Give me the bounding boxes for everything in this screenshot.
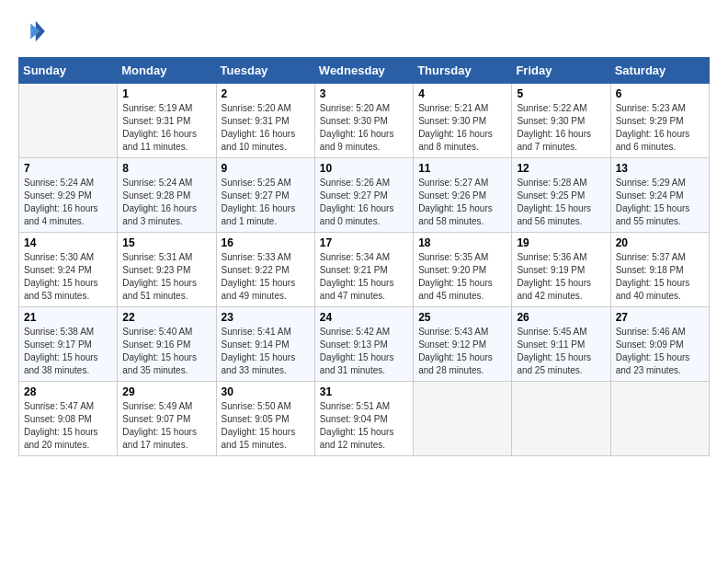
calendar-cell: 14 Sunrise: 5:30 AMSunset: 9:24 PMDaylig… xyxy=(19,233,118,307)
day-number: 17 xyxy=(320,236,408,249)
day-info: Sunrise: 5:24 AMSunset: 9:28 PMDaylight:… xyxy=(122,177,210,228)
calendar-cell: 1 Sunrise: 5:19 AMSunset: 9:31 PMDayligh… xyxy=(118,84,216,158)
day-number: 20 xyxy=(616,236,704,249)
day-number: 6 xyxy=(616,87,704,100)
day-info: Sunrise: 5:36 AMSunset: 9:19 PMDaylight:… xyxy=(517,251,605,303)
day-info: Sunrise: 5:47 AMSunset: 9:08 PMDaylight:… xyxy=(24,400,112,452)
calendar-cell: 5 Sunrise: 5:22 AMSunset: 9:30 PMDayligh… xyxy=(512,84,610,158)
calendar-cell: 9 Sunrise: 5:25 AMSunset: 9:27 PMDayligh… xyxy=(216,158,314,233)
day-info: Sunrise: 5:20 AMSunset: 9:31 PMDaylight:… xyxy=(222,102,310,154)
calendar-cell xyxy=(414,382,512,456)
calendar-cell: 19 Sunrise: 5:36 AMSunset: 9:19 PMDaylig… xyxy=(512,233,610,307)
calendar-cell: 31 Sunrise: 5:51 AMSunset: 9:04 PMDaylig… xyxy=(314,382,413,456)
day-info: Sunrise: 5:23 AMSunset: 9:29 PMDaylight:… xyxy=(616,102,704,154)
logo-icon xyxy=(20,18,46,44)
calendar-cell: 10 Sunrise: 5:26 AMSunset: 9:27 PMDaylig… xyxy=(314,158,413,233)
day-info: Sunrise: 5:33 AMSunset: 9:22 PMDaylight:… xyxy=(222,251,310,303)
day-info: Sunrise: 5:20 AMSunset: 9:30 PMDaylight:… xyxy=(320,102,408,154)
day-number: 4 xyxy=(418,87,506,100)
day-number: 30 xyxy=(222,385,310,398)
day-info: Sunrise: 5:26 AMSunset: 9:27 PMDaylight:… xyxy=(320,177,408,228)
day-number: 18 xyxy=(418,236,506,249)
calendar-cell: 27 Sunrise: 5:46 AMSunset: 9:09 PMDaylig… xyxy=(610,307,709,382)
weekday-header-saturday: Saturday xyxy=(610,58,709,84)
day-info: Sunrise: 5:42 AMSunset: 9:13 PMDaylight:… xyxy=(320,326,408,377)
day-info: Sunrise: 5:30 AMSunset: 9:24 PMDaylight:… xyxy=(24,251,112,303)
day-info: Sunrise: 5:31 AMSunset: 9:23 PMDaylight:… xyxy=(122,251,210,303)
day-number: 3 xyxy=(320,87,408,100)
calendar-cell: 13 Sunrise: 5:29 AMSunset: 9:24 PMDaylig… xyxy=(610,158,709,233)
day-info: Sunrise: 5:43 AMSunset: 9:12 PMDaylight:… xyxy=(418,326,506,377)
page-header xyxy=(18,18,710,48)
day-number: 25 xyxy=(418,311,506,324)
day-info: Sunrise: 5:24 AMSunset: 9:29 PMDaylight:… xyxy=(24,177,112,228)
day-info: Sunrise: 5:51 AMSunset: 9:04 PMDaylight:… xyxy=(320,400,408,452)
day-info: Sunrise: 5:35 AMSunset: 9:20 PMDaylight:… xyxy=(418,251,506,303)
weekday-header-wednesday: Wednesday xyxy=(314,58,413,84)
calendar-cell: 12 Sunrise: 5:28 AMSunset: 9:25 PMDaylig… xyxy=(512,158,610,233)
weekday-header-monday: Monday xyxy=(118,58,216,84)
day-number: 15 xyxy=(122,236,210,249)
day-info: Sunrise: 5:34 AMSunset: 9:21 PMDaylight:… xyxy=(320,251,408,303)
calendar-cell: 24 Sunrise: 5:42 AMSunset: 9:13 PMDaylig… xyxy=(314,307,413,382)
day-number: 8 xyxy=(122,162,210,175)
day-number: 1 xyxy=(122,87,210,100)
logo xyxy=(18,18,46,48)
day-number: 12 xyxy=(517,162,605,175)
weekday-header-tuesday: Tuesday xyxy=(216,58,314,84)
calendar-cell: 30 Sunrise: 5:50 AMSunset: 9:05 PMDaylig… xyxy=(216,382,314,456)
day-number: 14 xyxy=(24,236,112,249)
day-number: 13 xyxy=(616,162,704,175)
calendar-cell: 26 Sunrise: 5:45 AMSunset: 9:11 PMDaylig… xyxy=(512,307,610,382)
day-info: Sunrise: 5:46 AMSunset: 9:09 PMDaylight:… xyxy=(616,326,704,377)
day-info: Sunrise: 5:25 AMSunset: 9:27 PMDaylight:… xyxy=(222,177,310,228)
weekday-header-sunday: Sunday xyxy=(19,58,118,84)
day-number: 27 xyxy=(616,311,704,324)
calendar-cell: 18 Sunrise: 5:35 AMSunset: 9:20 PMDaylig… xyxy=(414,233,512,307)
calendar-cell xyxy=(19,84,118,158)
calendar-cell: 25 Sunrise: 5:43 AMSunset: 9:12 PMDaylig… xyxy=(414,307,512,382)
day-number: 24 xyxy=(320,311,408,324)
day-number: 28 xyxy=(24,385,112,398)
day-number: 5 xyxy=(517,87,605,100)
day-number: 23 xyxy=(222,311,310,324)
day-info: Sunrise: 5:22 AMSunset: 9:30 PMDaylight:… xyxy=(517,102,605,154)
calendar-cell: 2 Sunrise: 5:20 AMSunset: 9:31 PMDayligh… xyxy=(216,84,314,158)
day-number: 16 xyxy=(222,236,310,249)
calendar-cell: 29 Sunrise: 5:49 AMSunset: 9:07 PMDaylig… xyxy=(118,382,216,456)
calendar-cell: 4 Sunrise: 5:21 AMSunset: 9:30 PMDayligh… xyxy=(414,84,512,158)
day-number: 26 xyxy=(517,311,605,324)
day-number: 29 xyxy=(122,385,210,398)
weekday-header-friday: Friday xyxy=(512,58,610,84)
calendar-cell xyxy=(512,382,610,456)
day-info: Sunrise: 5:41 AMSunset: 9:14 PMDaylight:… xyxy=(222,326,310,377)
calendar-cell xyxy=(610,382,709,456)
calendar-cell: 23 Sunrise: 5:41 AMSunset: 9:14 PMDaylig… xyxy=(216,307,314,382)
day-number: 11 xyxy=(418,162,506,175)
day-number: 19 xyxy=(517,236,605,249)
day-info: Sunrise: 5:27 AMSunset: 9:26 PMDaylight:… xyxy=(418,177,506,228)
calendar-cell: 16 Sunrise: 5:33 AMSunset: 9:22 PMDaylig… xyxy=(216,233,314,307)
day-info: Sunrise: 5:50 AMSunset: 9:05 PMDaylight:… xyxy=(222,400,310,452)
calendar-cell: 17 Sunrise: 5:34 AMSunset: 9:21 PMDaylig… xyxy=(314,233,413,307)
calendar-cell: 6 Sunrise: 5:23 AMSunset: 9:29 PMDayligh… xyxy=(610,84,709,158)
day-info: Sunrise: 5:28 AMSunset: 9:25 PMDaylight:… xyxy=(517,177,605,228)
day-number: 7 xyxy=(24,162,112,175)
day-number: 10 xyxy=(320,162,408,175)
day-info: Sunrise: 5:19 AMSunset: 9:31 PMDaylight:… xyxy=(122,102,210,154)
calendar-cell: 15 Sunrise: 5:31 AMSunset: 9:23 PMDaylig… xyxy=(118,233,216,307)
calendar-cell: 21 Sunrise: 5:38 AMSunset: 9:17 PMDaylig… xyxy=(19,307,118,382)
day-info: Sunrise: 5:29 AMSunset: 9:24 PMDaylight:… xyxy=(616,177,704,228)
day-info: Sunrise: 5:21 AMSunset: 9:30 PMDaylight:… xyxy=(418,102,506,154)
calendar-table: SundayMondayTuesdayWednesdayThursdayFrid… xyxy=(18,57,710,456)
day-number: 2 xyxy=(222,87,310,100)
day-info: Sunrise: 5:37 AMSunset: 9:18 PMDaylight:… xyxy=(616,251,704,303)
calendar-cell: 20 Sunrise: 5:37 AMSunset: 9:18 PMDaylig… xyxy=(610,233,709,307)
day-info: Sunrise: 5:38 AMSunset: 9:17 PMDaylight:… xyxy=(24,326,112,377)
day-number: 9 xyxy=(222,162,310,175)
calendar-cell: 22 Sunrise: 5:40 AMSunset: 9:16 PMDaylig… xyxy=(118,307,216,382)
calendar-cell: 11 Sunrise: 5:27 AMSunset: 9:26 PMDaylig… xyxy=(414,158,512,233)
day-number: 22 xyxy=(122,311,210,324)
calendar-cell: 7 Sunrise: 5:24 AMSunset: 9:29 PMDayligh… xyxy=(19,158,118,233)
day-number: 31 xyxy=(320,385,408,398)
